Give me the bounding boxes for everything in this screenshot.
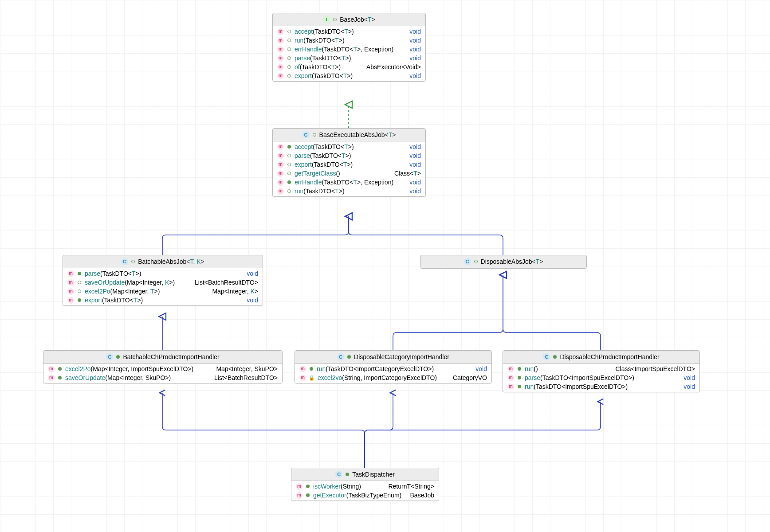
- method-signature: saveOrUpdate(Map<Integer, K>): [85, 279, 192, 286]
- method-icon: m: [48, 366, 55, 372]
- method-row[interactable]: mparse(TaskDTO<T>)void: [273, 151, 425, 160]
- method-row[interactable]: mexport(TaskDTO<T>)void: [273, 160, 425, 169]
- node-batchableabsjob[interactable]: C BatchableAbsJob<T, K> mparse(TaskDTO<T…: [63, 255, 263, 306]
- abstract-icon: [287, 55, 292, 61]
- abstract-icon: [473, 259, 479, 264]
- class-icon: C: [337, 353, 344, 360]
- public-icon: [517, 366, 522, 372]
- method-return: void: [409, 143, 421, 150]
- method-return: AbsExecutor<Void>: [366, 63, 421, 70]
- class-name: DisposableAbsJob: [481, 258, 532, 265]
- method-row[interactable]: mparse(TaskDTO<ImportSpuExcelDTO>)void: [503, 373, 699, 382]
- public-icon: [309, 366, 314, 372]
- abstract-icon: [312, 132, 317, 137]
- abstract-icon: [130, 259, 136, 264]
- method-signature: accept(TaskDTO<T>): [295, 143, 407, 150]
- method-signature: parse(TaskDTO<T>): [295, 152, 407, 159]
- method-row[interactable]: mgetExecutor(TaskBizTypeEnum)BaseJob: [291, 491, 439, 500]
- method-return: List<BatchResultDTO>: [195, 279, 258, 286]
- method-return: CategoryVO: [453, 374, 487, 381]
- method-row[interactable]: m🔒excel2vo(String, ImportCategoryExcelDT…: [295, 373, 491, 382]
- public-icon: [115, 354, 121, 360]
- interface-icon: I: [323, 16, 330, 23]
- method-return: void: [475, 365, 487, 372]
- public-icon: [287, 144, 292, 149]
- method-signature: errHandle(TaskDTO<T>, Exception): [295, 46, 407, 53]
- method-return: void: [247, 270, 258, 277]
- method-signature: run(TaskDTO<ImportSpuExcelDTO>): [525, 383, 681, 390]
- method-row[interactable]: merrHandle(TaskDTO<T>, Exception)void: [273, 45, 425, 54]
- node-basejob[interactable]: I BaseJob<T> maccept(TaskDTO<T>)voidmrun…: [272, 13, 426, 82]
- method-icon: m: [277, 28, 284, 35]
- method-row[interactable]: mexport(TaskDTO<T>)void: [273, 71, 425, 80]
- node-batchablechproductimporthandler[interactable]: C BatchableChProductImportHandler mexcel…: [43, 350, 283, 383]
- public-icon: [77, 297, 82, 303]
- class-icon: C: [543, 353, 550, 360]
- method-signature: accept(TaskDTO<T>): [295, 28, 407, 35]
- method-row[interactable]: mrun(TaskDTO<ImportSpuExcelDTO>)void: [503, 382, 699, 391]
- class-name: BatchableAbsJob: [138, 258, 186, 265]
- method-signature: iscWorker(String): [313, 483, 385, 490]
- method-signature: run(TaskDTO<T>): [295, 37, 407, 44]
- node-disposableabsjob[interactable]: C DisposableAbsJob<T>: [420, 255, 587, 269]
- method-row[interactable]: mrun(TaskDTO<T>)void: [273, 187, 425, 196]
- method-row[interactable]: mexcel2Po(Map<Integer, ImportSpuExcelDTO…: [43, 364, 282, 373]
- method-row[interactable]: msaveOrUpdate(Map<Integer, SkuPO>)List<B…: [43, 373, 282, 382]
- method-row[interactable]: mexport(TaskDTO<T>)void: [63, 296, 263, 305]
- method-row[interactable]: miscWorker(String)ReturnT<String>: [291, 482, 439, 491]
- method-row[interactable]: mrun(TaskDTO<T>)void: [273, 36, 425, 45]
- method-icon: m: [67, 279, 74, 286]
- method-icon: m: [507, 383, 514, 390]
- method-row[interactable]: mgetTargetClass()Class<T>: [273, 169, 425, 178]
- method-return: void: [409, 179, 421, 186]
- method-row[interactable]: mrun(TaskDTO<ImportCategoryExcelDTO>)voi…: [295, 364, 491, 373]
- public-icon: [346, 354, 352, 360]
- method-row[interactable]: merrHandle(TaskDTO<T>, Exception)void: [273, 178, 425, 187]
- method-return: void: [684, 374, 695, 381]
- method-row[interactable]: mrun()Class<ImportSpuExcelDTO>: [503, 364, 699, 373]
- method-return: void: [409, 46, 421, 53]
- class-name: DisposableCategoryImportHandler: [354, 353, 449, 360]
- abstract-icon: [77, 289, 82, 294]
- method-return: void: [409, 152, 421, 159]
- class-name: BaseExecutableAbsJob: [319, 131, 385, 138]
- node-baseexecutableabsjob[interactable]: C BaseExecutableAbsJob<T> maccept(TaskDT…: [272, 128, 426, 197]
- method-icon: m: [277, 46, 284, 53]
- public-icon: [305, 484, 310, 489]
- node-title: C BatchableChProductImportHandler: [43, 351, 282, 364]
- method-row[interactable]: maccept(TaskDTO<T>)void: [273, 27, 425, 36]
- method-signature: parse(TaskDTO<ImportSpuExcelDTO>): [525, 374, 681, 381]
- public-icon: [57, 366, 63, 372]
- node-title: I BaseJob<T>: [273, 13, 425, 26]
- method-icon: m: [277, 73, 284, 79]
- class-name: BaseJob: [340, 16, 364, 23]
- method-icon: m: [277, 64, 284, 70]
- node-title: C DisposableChProductImportHandler: [503, 351, 699, 364]
- public-icon: [305, 493, 310, 498]
- method-row[interactable]: mexcel2Po(Map<Integer, T>)Map<Integer, K…: [63, 287, 263, 296]
- public-icon: [287, 180, 292, 185]
- class-icon: C: [302, 131, 310, 138]
- method-row[interactable]: mparse(TaskDTO<T>)void: [63, 269, 263, 278]
- method-row[interactable]: maccept(TaskDTO<T>)void: [273, 142, 425, 151]
- method-signature: parse(TaskDTO<T>): [295, 55, 407, 62]
- abstract-icon: [287, 29, 292, 34]
- node-taskdispatcher[interactable]: C TaskDispatcher miscWorker(String)Retur…: [291, 468, 439, 501]
- method-signature: excel2Po(Map<Integer, ImportSpuExcelDTO>…: [65, 365, 213, 372]
- method-icon: m: [296, 483, 302, 490]
- lock-icon: 🔒: [309, 375, 315, 381]
- public-icon: [517, 375, 522, 380]
- node-disposablecategoryimporthandler[interactable]: C DisposableCategoryImportHandler mrun(T…: [295, 350, 492, 383]
- method-row[interactable]: msaveOrUpdate(Map<Integer, K>)List<Batch…: [63, 278, 263, 287]
- method-icon: m: [48, 375, 55, 381]
- method-row[interactable]: mof(TaskDTO<T>)AbsExecutor<Void>: [273, 63, 425, 71]
- method-icon: m: [277, 144, 284, 150]
- method-icon: m: [277, 170, 284, 177]
- method-row[interactable]: mparse(TaskDTO<T>)void: [273, 54, 425, 63]
- method-return: void: [409, 28, 421, 35]
- method-icon: m: [277, 188, 284, 195]
- method-return: Class<ImportSpuExcelDTO>: [615, 365, 695, 372]
- method-icon: m: [277, 179, 284, 186]
- node-disposablechproductimporthandler[interactable]: C DisposableChProductImportHandler mrun(…: [503, 350, 700, 392]
- method-icon: m: [296, 492, 302, 499]
